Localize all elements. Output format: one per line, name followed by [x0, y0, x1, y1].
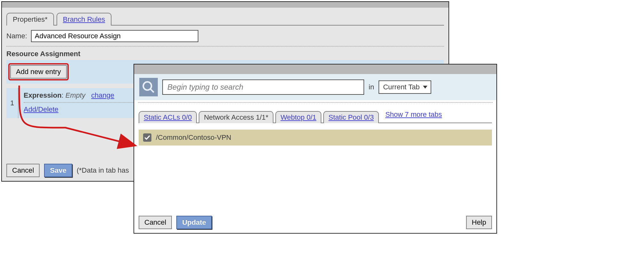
tab-static-acls[interactable]: Static ACLs 0/0 — [139, 111, 197, 123]
show-more-tabs-link[interactable]: Show 7 more tabs — [385, 110, 442, 121]
expression-value: Empty — [65, 91, 85, 99]
change-link[interactable]: change — [91, 91, 114, 99]
help-button[interactable]: Help — [466, 216, 492, 229]
expression-label: Expression — [24, 91, 62, 99]
tab-static-acls-label: Static ACLs 0/0 — [144, 113, 192, 121]
name-input[interactable] — [31, 30, 198, 42]
tab-static-pool[interactable]: Static Pool 0/3 — [323, 111, 379, 123]
window-titlebar — [134, 64, 496, 74]
name-row: Name: — [2, 26, 448, 46]
window-titlebar — [2, 2, 448, 8]
tab-branch-rules[interactable]: Branch Rules — [57, 13, 111, 26]
in-label: in — [369, 83, 374, 91]
front-footer: Cancel Update Help — [139, 216, 492, 229]
update-button[interactable]: Update — [176, 216, 212, 229]
resource-item[interactable]: /Common/Contoso-VPN — [139, 130, 492, 146]
tab-webtop[interactable]: Webtop 0/1 — [275, 111, 321, 123]
search-input[interactable] — [162, 79, 364, 95]
tab-network-access-label: Network Access 1/1* — [204, 113, 268, 121]
back-footer: Cancel Save (*Data in tab has — [6, 164, 129, 177]
name-label: Name: — [6, 32, 27, 40]
tab-static-pool-label: Static Pool 0/3 — [328, 113, 374, 121]
cancel-button[interactable]: Cancel — [6, 164, 40, 177]
resource-subtabs: Static ACLs 0/0 Network Access 1/1* Webt… — [139, 109, 492, 123]
search-scope-value: Current Tab — [383, 83, 420, 91]
resource-checkbox-checked[interactable] — [143, 133, 151, 142]
tab-branch-rules-label: Branch Rules — [63, 15, 105, 23]
main-tabs: Properties* Branch Rules — [6, 11, 444, 26]
search-icon — [139, 78, 158, 96]
svg-line-1 — [150, 89, 154, 93]
tab-network-access[interactable]: Network Access 1/1* — [199, 111, 273, 123]
svg-point-0 — [143, 82, 152, 90]
search-bar: in Current Tab — [134, 74, 496, 100]
add-entry-highlight: Add new entry — [8, 63, 69, 80]
add-delete-link[interactable]: Add/Delete — [24, 105, 58, 113]
save-button[interactable]: Save — [44, 164, 72, 177]
search-scope-select[interactable]: Current Tab — [379, 80, 431, 94]
add-new-entry-button[interactable]: Add new entry — [10, 65, 67, 79]
save-note: (*Data in tab has — [77, 166, 129, 175]
resource-path: /Common/Contoso-VPN — [156, 133, 231, 142]
tab-properties-label: Properties* — [13, 15, 48, 23]
cancel-button[interactable]: Cancel — [139, 216, 172, 229]
entry-index: 1 — [6, 88, 19, 118]
tab-properties[interactable]: Properties* — [6, 13, 54, 26]
resource-assignment-heading: Resource Assignment — [6, 50, 444, 58]
resource-picker-window: in Current Tab Static ACLs 0/0 Network A… — [134, 64, 497, 234]
tab-webtop-label: Webtop 0/1 — [280, 113, 316, 121]
